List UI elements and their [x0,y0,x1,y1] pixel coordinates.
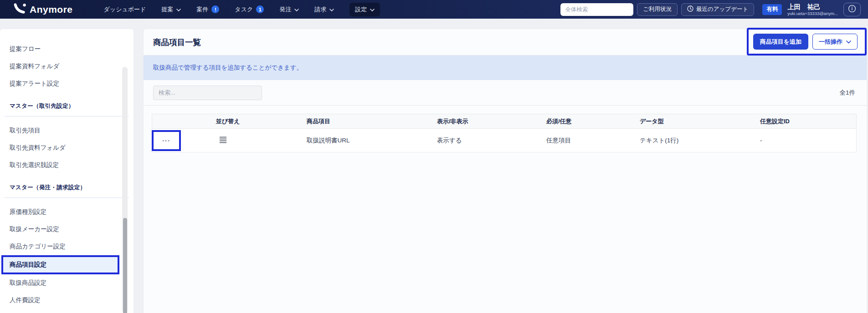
product-fields-table: 並び替え 商品項目 表示/非表示 必須/任意 データ型 任意設定ID ••• 取… [152,114,857,152]
brand-logo[interactable]: Anymore [14,2,73,17]
settings-sidebar: 提案フロー 提案資料フォルダ 提案アラート設定 マスター（取引先設定） 取引先項… [0,29,134,313]
chevron-down-icon [329,6,334,13]
chevron-down-icon [846,38,851,45]
sidebar-item-client-choices[interactable]: 取引先選択肢設定 [0,156,134,174]
info-banner: 取扱商品で管理する項目を追加することができます。 [144,56,867,80]
usage-status-button[interactable]: ご利用状況 [637,3,678,16]
nav-right-cluster: ご利用状況 最近のアップデート 有料 上田 祐己 yuki.ueta+33333… [560,3,861,16]
header-item: 商品項目 [307,117,437,126]
drag-handle-icon [219,136,227,145]
page-title: 商品項目一覧 [153,37,201,48]
nav-item-proposal[interactable]: 提案 [161,5,181,14]
clock-icon [687,5,693,13]
header-datatype: データ型 [640,117,760,126]
list-search-input[interactable] [153,86,262,100]
sidebar-item-client-doc-folder[interactable]: 取引先資料フォルダ [0,139,134,156]
drag-handle[interactable] [216,136,307,145]
info-button[interactable] [843,3,861,16]
nav-item-order[interactable]: 発注 [279,5,299,14]
sidebar-section-order-invoice-master: マスター（発注・請求設定） [5,184,129,198]
sidebar-item-proposal-doc-folder[interactable]: 提案資料フォルダ [0,58,134,75]
task-count-badge: 1 [256,5,264,13]
sidebar-item-product-fields[interactable]: 商品項目設定 [1,255,119,274]
user-menu[interactable]: 上田 祐己 yuki.ueta+33333@anym... [787,3,838,16]
sidebar-item-cost-type[interactable]: 原価種別設定 [0,203,134,221]
sidebar-item-client-fields[interactable]: 取引先項目 [0,122,134,139]
sidebar-item-proposal-flow[interactable]: 提案フロー [0,40,134,58]
anymore-swoosh-icon [14,2,26,17]
table-row: ••• 取扱説明書URL 表示する 任意項目 テキスト(1行) - [152,129,856,152]
brand-name: Anymore [30,4,73,15]
global-search-input[interactable] [560,3,633,16]
user-name: 上田 祐己 [787,3,838,11]
list-toolbar: 全1件 [144,80,867,106]
header-custom-id: 任意設定ID [760,117,856,126]
recent-updates-button[interactable]: 最近のアップデート [681,3,754,16]
panel-header: 商品項目一覧 商品項目を追加 一括操作 [144,29,867,56]
table-header-row: 並び替え 商品項目 表示/非表示 必須/任意 データ型 任意設定ID [152,114,856,129]
cell-custom-id: - [760,137,856,144]
nav-item-task[interactable]: タスク 1 [235,5,264,14]
total-count-label: 全1件 [839,89,855,97]
sidebar-item-product-settings[interactable]: 取扱商品設定 [0,274,134,292]
main-panel: 商品項目一覧 商品項目を追加 一括操作 取扱商品で管理する項目を追加することがで… [144,29,867,313]
cell-required: 任意項目 [546,136,640,145]
case-alert-badge: ! [211,5,219,13]
add-product-field-button[interactable]: 商品項目を追加 [753,34,808,50]
top-nav: Anymore ダッシュボード 提案 案件 ! タスク 1 発注 請求 [0,0,868,19]
annotation-box-row-menu: ••• [152,130,181,151]
cell-datatype: テキスト(1行) [640,136,760,145]
sidebar-item-proposal-alert[interactable]: 提案アラート設定 [0,75,134,92]
nav-menu: ダッシュボード 提案 案件 ! タスク 1 発注 請求 [104,3,380,16]
nav-item-invoice[interactable]: 請求 [314,5,334,14]
chevron-down-icon [370,6,375,13]
nav-item-settings[interactable]: 設定 [349,3,380,16]
sidebar-scrollbar-track [122,67,128,313]
info-icon [848,5,856,15]
plan-badge: 有料 [762,4,782,15]
header-visibility: 表示/非表示 [437,117,546,126]
bulk-actions-button[interactable]: 一括操作 [812,34,858,50]
sidebar-item-labor-cost[interactable]: 人件費設定 [0,292,134,309]
annotation-box-actions: 商品項目を追加 一括操作 [747,28,867,56]
row-options-button[interactable]: ••• [162,138,170,143]
header-required: 必須/任意 [546,117,640,126]
chevron-down-icon [176,6,181,13]
sidebar-item-product-category[interactable]: 商品カテゴリー設定 [0,238,134,255]
cell-item-name: 取扱説明書URL [307,136,437,145]
nav-item-case[interactable]: 案件 ! [196,5,219,14]
chevron-down-icon [294,6,299,13]
sidebar-section-client-master: マスター（取引先設定） [5,102,129,116]
row-actions-cell: ••• [152,130,216,151]
user-email: yuki.ueta+33333@anym... [787,11,838,16]
nav-item-dashboard[interactable]: ダッシュボード [104,5,146,14]
header-sort: 並び替え [216,117,307,126]
sidebar-item-maker-settings[interactable]: 取扱メーカー設定 [0,221,134,238]
cell-visibility: 表示する [437,136,546,145]
sidebar-scrollbar-thumb[interactable] [123,218,127,313]
